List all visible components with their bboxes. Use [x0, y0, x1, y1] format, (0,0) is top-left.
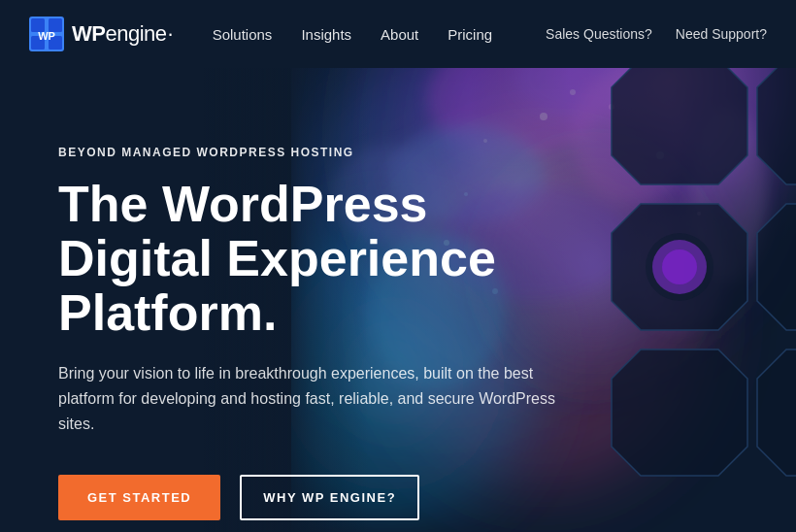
- hero-buttons: GET STARTED WHY WP ENGINE?: [58, 475, 592, 520]
- navbar: WP WP engine · Solutions Insights About …: [0, 0, 796, 68]
- nav-pricing[interactable]: Pricing: [448, 26, 492, 43]
- svg-marker-36: [612, 349, 747, 476]
- svg-text:WP: WP: [38, 30, 55, 42]
- nav-links: Solutions Insights About Pricing: [213, 26, 546, 43]
- hero-content: BEYOND MANAGED WORDPRESS HOSTING The Wor…: [0, 68, 621, 532]
- nav-about[interactable]: About: [381, 26, 418, 43]
- nav-sales[interactable]: Sales Questions?: [546, 26, 652, 42]
- logo-text: WP engine ·: [72, 21, 174, 47]
- logo-engine: engine: [105, 21, 166, 47]
- logo-area[interactable]: WP WP engine ·: [29, 17, 174, 51]
- logo-dot: ·: [168, 21, 174, 47]
- hero-title: The WordPress Digital Experience Platfor…: [58, 177, 592, 340]
- wp-engine-logo-icon: WP: [29, 17, 64, 51]
- nav-solutions[interactable]: Solutions: [213, 26, 273, 43]
- nav-insights[interactable]: Insights: [301, 26, 351, 43]
- get-started-button[interactable]: GET STARTED: [58, 475, 220, 520]
- svg-point-34: [662, 249, 697, 284]
- hero-section: WP WP engine · Solutions Insights About …: [0, 0, 796, 532]
- hero-description: Bring your vision to life in breakthroug…: [58, 361, 573, 436]
- nav-support[interactable]: Need Support?: [676, 26, 767, 42]
- why-wp-engine-button[interactable]: WHY WP ENGINE?: [240, 475, 419, 520]
- svg-marker-29: [612, 58, 747, 184]
- nav-right: Sales Questions? Need Support?: [546, 26, 767, 42]
- hero-subtitle: BEYOND MANAGED WORDPRESS HOSTING: [58, 146, 592, 159]
- logo-wp: WP: [72, 21, 105, 47]
